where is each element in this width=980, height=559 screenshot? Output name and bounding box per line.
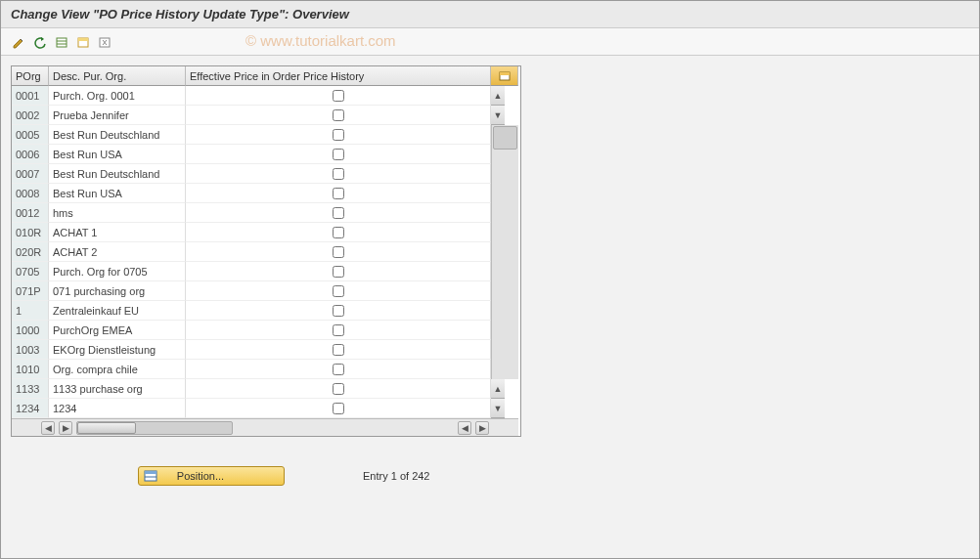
effective-checkbox[interactable]	[333, 364, 344, 375]
cell-effective[interactable]	[186, 321, 491, 340]
cell-effective[interactable]	[186, 340, 491, 360]
cell-desc[interactable]: hms	[49, 203, 186, 223]
cell-porg[interactable]: 1010	[12, 360, 49, 379]
effective-checkbox[interactable]	[333, 285, 344, 297]
cell-porg[interactable]: 0001	[12, 86, 49, 106]
deselect-icon[interactable]	[95, 32, 114, 52]
cell-effective[interactable]	[186, 86, 491, 106]
col-header-desc[interactable]: Desc. Pur. Org.	[49, 66, 186, 86]
cell-desc[interactable]: Purch. Org. 0001	[49, 86, 186, 106]
cell-desc[interactable]: ACHAT 1	[49, 223, 186, 242]
effective-checkbox[interactable]	[333, 129, 344, 141]
effective-checkbox[interactable]	[333, 227, 344, 238]
cell-desc[interactable]: Best Run Deutschland	[49, 125, 186, 145]
hscroll-left[interactable]: ◀	[41, 421, 55, 435]
cell-effective[interactable]	[186, 164, 491, 184]
effective-checkbox[interactable]	[333, 246, 344, 258]
table-config-button[interactable]	[491, 66, 518, 86]
cell-effective[interactable]	[186, 145, 491, 164]
cell-desc[interactable]: Best Run USA	[49, 145, 186, 164]
cell-porg[interactable]: 010R	[12, 223, 49, 242]
vscroll-thumb[interactable]	[493, 126, 517, 150]
cell-porg[interactable]: 1234	[12, 399, 49, 418]
position-button[interactable]: Position...	[138, 466, 285, 486]
cell-desc[interactable]: 1234	[49, 399, 186, 418]
hscroll-thumb[interactable]	[77, 422, 136, 434]
cell-porg[interactable]: 1	[12, 301, 49, 321]
cell-desc[interactable]: Org. compra chile	[49, 360, 186, 379]
cell-porg[interactable]: 0705	[12, 262, 49, 281]
cell-porg[interactable]: 0006	[12, 145, 49, 164]
cell-porg[interactable]: 1133	[12, 379, 49, 399]
hscroll-right-step[interactable]: ▶	[59, 421, 72, 435]
cell-desc[interactable]: ACHAT 2	[49, 242, 186, 262]
content-area: POrg Desc. Pur. Org. Effective Price in …	[1, 56, 979, 495]
effective-checkbox[interactable]	[333, 109, 344, 121]
cell-porg[interactable]: 0007	[12, 164, 49, 184]
cell-effective[interactable]	[186, 399, 491, 418]
cell-effective[interactable]	[186, 203, 491, 223]
cell-porg[interactable]: 0002	[12, 106, 49, 125]
effective-checkbox[interactable]	[333, 266, 344, 278]
footer: Position... Entry 1 of 242	[11, 466, 969, 486]
effective-checkbox[interactable]	[333, 207, 344, 219]
watermark: © www.tutorialkart.com	[245, 32, 396, 49]
cell-desc[interactable]: Zentraleinkauf EU	[49, 301, 186, 321]
cell-desc[interactable]: Purch. Org for 0705	[49, 262, 186, 281]
scroll-up-arrow-bottom[interactable]: ▲	[491, 379, 505, 399]
col-header-porg[interactable]: POrg	[12, 66, 49, 86]
scroll-down-arrow-top[interactable]: ▼	[491, 106, 505, 125]
effective-checkbox[interactable]	[333, 168, 344, 180]
cell-desc[interactable]: 1133 purchase org	[49, 379, 186, 399]
effective-checkbox[interactable]	[333, 90, 344, 102]
hscroll-right[interactable]: ▶	[475, 421, 489, 435]
cell-desc[interactable]: Prueba Jennifer	[49, 106, 186, 125]
cell-porg[interactable]: 0008	[12, 184, 49, 203]
cell-effective[interactable]	[186, 360, 491, 379]
effective-checkbox[interactable]	[333, 324, 344, 336]
cell-effective[interactable]	[186, 223, 491, 242]
hscroll-left-end[interactable]: ◀	[458, 421, 471, 435]
hscroll: ◀▶◀▶	[12, 418, 518, 436]
cell-porg[interactable]: 0005	[12, 125, 49, 145]
page-title: Change View "PO Price History Update Typ…	[1, 1, 979, 28]
cell-effective[interactable]	[186, 379, 491, 399]
effective-checkbox[interactable]	[333, 149, 344, 160]
cell-porg[interactable]: 0012	[12, 203, 49, 223]
position-label: Position...	[177, 470, 224, 482]
effective-checkbox[interactable]	[333, 344, 344, 356]
cell-desc[interactable]: Best Run Deutschland	[49, 164, 186, 184]
toolbar: © www.tutorialkart.com	[1, 28, 979, 56]
effective-checkbox[interactable]	[333, 188, 344, 199]
scroll-down-button[interactable]: ▼	[491, 399, 505, 418]
col-header-effective[interactable]: Effective Price in Order Price History	[186, 66, 491, 86]
cell-porg[interactable]: 1003	[12, 340, 49, 360]
cell-porg[interactable]: 1000	[12, 321, 49, 340]
svg-rect-4	[78, 38, 88, 41]
cell-effective[interactable]	[186, 184, 491, 203]
cell-effective[interactable]	[186, 125, 491, 145]
cell-effective[interactable]	[186, 262, 491, 281]
cell-porg[interactable]: 071P	[12, 281, 49, 301]
change-icon[interactable]	[9, 32, 28, 52]
cell-effective[interactable]	[186, 106, 491, 125]
cell-effective[interactable]	[186, 301, 491, 321]
effective-checkbox[interactable]	[333, 403, 344, 414]
hscroll-track[interactable]	[76, 421, 233, 435]
select-all-icon[interactable]	[52, 32, 71, 52]
cell-porg[interactable]: 020R	[12, 242, 49, 262]
svg-rect-0	[57, 38, 67, 47]
scroll-up-button[interactable]: ▲	[491, 86, 505, 106]
cell-desc[interactable]: EKOrg Dienstleistung	[49, 340, 186, 360]
effective-checkbox[interactable]	[333, 383, 344, 395]
vscroll-track[interactable]	[491, 125, 518, 379]
select-block-icon[interactable]	[73, 32, 93, 52]
cell-desc[interactable]: Best Run USA	[49, 184, 186, 203]
cell-desc[interactable]: PurchOrg EMEA	[49, 321, 186, 340]
cell-effective[interactable]	[186, 242, 491, 262]
cell-desc[interactable]: 071 purchasing org	[49, 281, 186, 301]
position-icon	[143, 469, 158, 483]
cell-effective[interactable]	[186, 281, 491, 301]
effective-checkbox[interactable]	[333, 305, 344, 317]
undo-icon[interactable]	[30, 32, 50, 52]
